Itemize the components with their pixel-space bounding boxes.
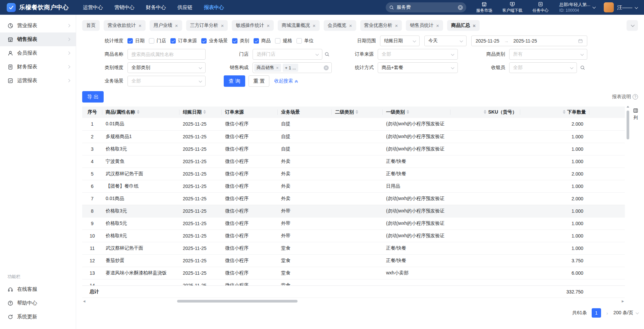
col-header-product-name[interactable]: 商品/属性名称 — [102, 107, 179, 118]
sidebar-item-finance-reports[interactable]: 财务报表 — [0, 60, 76, 74]
page-1-button[interactable]: 1 — [592, 308, 601, 318]
close-icon[interactable]: × — [473, 23, 476, 28]
reset-button[interactable]: 重 置 — [249, 75, 269, 87]
table-row[interactable]: 70.01商品2025-11-25微信小程序外卖(勿动)wxh的小程序预发验证2… — [82, 192, 625, 205]
sales-composition-select[interactable]: 商品销售× + 1 ... ✕ — [253, 62, 332, 73]
nav-report-center[interactable]: 报表中心 — [204, 4, 224, 11]
page-size-select[interactable]: 200 条/页 — [613, 310, 638, 316]
tab-product-summary[interactable]: 商品汇总× — [447, 20, 480, 31]
table-row[interactable]: 10价格取8元2025-11-25微信小程序外带(勿动)wxh的小程序预发验证1… — [82, 229, 625, 242]
query-button[interactable]: 查 询 — [224, 75, 245, 87]
sidebar-item-operation-reports[interactable]: 运营报表 — [0, 74, 76, 87]
scroll-left-icon[interactable]: ◀ — [82, 299, 86, 304]
product-category-select[interactable]: 所有 — [509, 49, 587, 60]
tab-business-collection-stats[interactable]: 营业收款统计× — [104, 20, 146, 31]
scroll-up-icon[interactable] — [627, 106, 629, 108]
date-type-select[interactable]: 结账日期 — [380, 36, 420, 46]
org-switcher[interactable]: 总部/年轻人第... ID: 100004 — [559, 2, 595, 13]
close-icon[interactable]: × — [313, 23, 316, 28]
nav-operations-center[interactable]: 运营中心 — [83, 4, 103, 11]
online-support-button[interactable]: 在线客服 — [0, 282, 76, 296]
clear-search-icon[interactable]: ✕ — [458, 5, 463, 10]
close-icon[interactable]: × — [436, 23, 439, 28]
global-search-input[interactable]: 服务费 ✕ — [386, 2, 466, 12]
dim-checkbox-store[interactable]: 门店 — [149, 38, 166, 44]
export-button[interactable]: 导 出 — [82, 91, 104, 103]
dim-checkbox-date[interactable]: 日期 — [127, 38, 145, 44]
sidebar-item-sales-reports[interactable]: 销售报表 — [0, 32, 76, 46]
close-icon[interactable]: × — [276, 65, 279, 70]
vertical-scrollbar[interactable] — [627, 107, 629, 298]
product-name-input[interactable] — [127, 49, 206, 60]
close-icon[interactable]: × — [349, 23, 352, 28]
dim-checkbox-unit[interactable]: 单位 — [297, 38, 314, 44]
table-row[interactable]: 11武汉蔡林记热干面2025-11-25微信小程序堂食正餐/快餐1.000 — [82, 242, 625, 254]
tab-third-party-order-analysis[interactable]: 三方订单分析× — [186, 20, 228, 31]
table-row[interactable]: 10.01商品2025-11-25微信小程序自提(勿动)wxh的小程序预发验证2… — [82, 118, 625, 130]
dim-checkbox-order-source[interactable]: 订单来源 — [170, 38, 197, 44]
scroll-right-icon[interactable]: ▶ — [621, 299, 625, 304]
tab-business-discount-analysis[interactable]: 营业优惠分析× — [360, 20, 402, 31]
sidebar-item-business-reports[interactable]: 营业报表 — [0, 19, 76, 32]
tab-user-performance[interactable]: 用户业绩× — [150, 20, 182, 31]
close-icon[interactable]: × — [139, 23, 142, 28]
scrollbar-thumb[interactable] — [177, 300, 298, 303]
col-header-order-qty[interactable]: 下单数量 — [520, 107, 589, 118]
help-center-button[interactable]: 帮助中心 — [0, 296, 76, 310]
col-header-category-2[interactable]: 二级类别 — [332, 107, 383, 118]
col-header-category-1[interactable]: 一级类别 — [383, 107, 450, 118]
close-icon[interactable]: × — [395, 23, 398, 28]
table-row[interactable]: 142025-11-25微信小程序堂食 — [82, 279, 625, 285]
tab-overflow-button[interactable] — [627, 20, 638, 31]
table-row[interactable]: 8价格取3元2025-11-25微信小程序外带(勿动)wxh的小程序预发验证1.… — [82, 205, 625, 217]
table-row[interactable]: 5武汉蔡林记热干面2025-11-25微信小程序外卖正餐/快餐2.000 — [82, 168, 625, 180]
close-icon[interactable]: × — [267, 23, 270, 28]
report-help-link[interactable]: 报表说明 ? — [612, 94, 638, 100]
store-search-button[interactable] — [322, 49, 332, 60]
client-download-button[interactable]: 客户端下载 — [502, 1, 523, 13]
avatar[interactable] — [604, 2, 614, 12]
user-menu[interactable]: 汪—— — [617, 4, 637, 11]
system-update-button[interactable]: 系统更新 — [0, 310, 76, 324]
order-source-select[interactable]: 全部 — [378, 49, 458, 60]
cashier-select[interactable]: 全部 — [509, 62, 577, 73]
dim-checkbox-product[interactable]: 商品 — [254, 38, 271, 44]
close-icon[interactable]: × — [221, 23, 224, 28]
horizontal-scrollbar[interactable]: ◀ ▶ — [82, 299, 625, 304]
close-icon[interactable]: × — [175, 23, 178, 28]
category-dimension-select[interactable]: 全部类别 — [127, 62, 206, 73]
date-range-picker[interactable]: 2025-11-25 → 2025-11-25 — [471, 36, 587, 46]
nav-finance-center[interactable]: 财务中心 — [146, 4, 166, 11]
tab-salesperson-stats[interactable]: 销售员统计× — [406, 20, 443, 31]
table-row[interactable]: 6【团餐】餐巾纸2025-11-25微信小程序外卖日用品1.000 — [82, 180, 625, 192]
column-settings-button[interactable]: 列 — [633, 108, 638, 121]
dim-checkbox-spec[interactable]: 规格 — [275, 38, 292, 44]
tab-mall-traffic-overview[interactable]: 商城流量概况× — [278, 20, 320, 31]
dim-checkbox-business-scene[interactable]: 业务场景 — [201, 38, 228, 44]
collapse-search-link[interactable]: 收起搜索 — [274, 78, 299, 84]
tab-member-overview[interactable]: 会员概览× — [324, 20, 356, 31]
table-row[interactable]: 3价格取3元2025-11-25微信小程序自提(勿动)wxh的小程序预发验证1.… — [82, 143, 625, 155]
table-row[interactable]: 9价格取5元2025-11-25微信小程序外带(勿动)wxh的小程序预发验证1.… — [82, 217, 625, 229]
sidebar-item-member-reports[interactable]: 会员报表 — [0, 46, 76, 60]
next-page-button[interactable]: › — [606, 310, 609, 316]
table-row[interactable]: 12番茄炒蛋2025-11-25微信小程序堂食正餐/快餐3.750 — [82, 254, 625, 267]
service-market-button[interactable]: 服务市场 — [476, 1, 492, 13]
stat-method-select[interactable]: 商品+套餐 — [378, 62, 458, 73]
app-logo[interactable]: 乐檬餐饮商户中心 — [7, 3, 69, 12]
date-preset-select[interactable]: 今天 — [424, 36, 467, 46]
tab-home[interactable]: 首页 — [82, 20, 100, 31]
dim-checkbox-category[interactable]: 类别 — [232, 38, 249, 44]
table-row[interactable]: 4宁波黄鱼2025-11-25微信小程序外卖正餐/快餐1.000 — [82, 155, 625, 168]
task-center-button[interactable]: 任务中心 — [533, 1, 549, 13]
nav-supply-chain[interactable]: 供应链 — [177, 4, 193, 11]
col-header-sku[interactable]: SKU（货号） — [450, 107, 520, 118]
cashier-search-button[interactable] — [578, 62, 587, 73]
table-row[interactable]: 13赛道风味小米酥漆柏林盖浇饭2025-11-25微信小程序堂食wxh小卖部6.… — [82, 267, 625, 279]
tab-sensitive-operation-stats[interactable]: 敏感操作统计× — [232, 20, 274, 31]
clear-icon[interactable]: ✕ — [324, 65, 329, 70]
nav-marketing-center[interactable]: 营销中心 — [114, 4, 135, 11]
business-scene-select[interactable]: 全部 — [127, 76, 206, 86]
scrollbar-thumb[interactable] — [627, 111, 629, 139]
col-header-checkout-date[interactable]: 结账日期 — [179, 107, 222, 118]
